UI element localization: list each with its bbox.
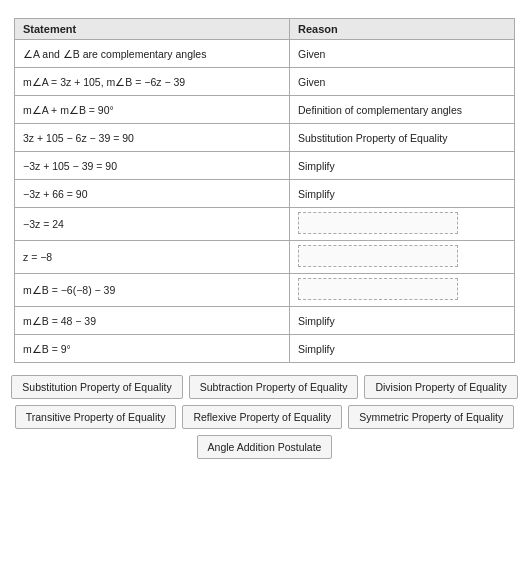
statement-cell: m∠B = 9° bbox=[15, 335, 290, 363]
statement-cell: −3z = 24 bbox=[15, 208, 290, 241]
reason-cell: Substitution Property of Equality bbox=[290, 124, 515, 152]
table-row: m∠A = 3z + 105, m∠B = −6z − 39Given bbox=[15, 68, 515, 96]
header-statement: Statement bbox=[15, 19, 290, 40]
drag-button[interactable]: Symmetric Property of Equality bbox=[348, 405, 514, 429]
reason-cell: Simplify bbox=[290, 335, 515, 363]
reason-cell: Simplify bbox=[290, 180, 515, 208]
table-row: z = −8 bbox=[15, 241, 515, 274]
drop-box[interactable] bbox=[298, 278, 458, 300]
proof-table: Statement Reason ∠A and ∠B are complemen… bbox=[14, 18, 515, 363]
drag-button[interactable]: Division Property of Equality bbox=[364, 375, 517, 399]
drag-button[interactable]: Subtraction Property of Equality bbox=[189, 375, 359, 399]
statement-cell: z = −8 bbox=[15, 241, 290, 274]
table-row: m∠A + m∠B = 90°Definition of complementa… bbox=[15, 96, 515, 124]
statement-cell: m∠B = −6(−8) − 39 bbox=[15, 274, 290, 307]
drag-button[interactable]: Transitive Property of Equality bbox=[15, 405, 177, 429]
statement-cell: −3z + 66 = 90 bbox=[15, 180, 290, 208]
statement-cell: 3z + 105 − 6z − 39 = 90 bbox=[15, 124, 290, 152]
statement-cell: ∠A and ∠B are complementary angles bbox=[15, 40, 290, 68]
reason-cell: Given bbox=[290, 68, 515, 96]
reason-cell: Given bbox=[290, 40, 515, 68]
drag-button[interactable]: Reflexive Property of Equality bbox=[182, 405, 342, 429]
table-row: −3z + 105 − 39 = 90Simplify bbox=[15, 152, 515, 180]
drag-row-3: Angle Addition Postulate bbox=[197, 435, 333, 459]
table-row: m∠B = −6(−8) − 39 bbox=[15, 274, 515, 307]
reason-cell[interactable] bbox=[290, 241, 515, 274]
drag-row-2: Transitive Property of EqualityReflexive… bbox=[15, 405, 515, 429]
reason-cell[interactable] bbox=[290, 274, 515, 307]
table-row: −3z = 24 bbox=[15, 208, 515, 241]
table-row: −3z + 66 = 90Simplify bbox=[15, 180, 515, 208]
reason-cell[interactable] bbox=[290, 208, 515, 241]
table-row: m∠B = 48 − 39Simplify bbox=[15, 307, 515, 335]
reason-cell: Definition of complementary angles bbox=[290, 96, 515, 124]
reason-cell: Simplify bbox=[290, 307, 515, 335]
statement-cell: m∠A + m∠B = 90° bbox=[15, 96, 290, 124]
statement-cell: m∠B = 48 − 39 bbox=[15, 307, 290, 335]
table-row: ∠A and ∠B are complementary anglesGiven bbox=[15, 40, 515, 68]
drag-row-1: Substitution Property of EqualitySubtrac… bbox=[11, 375, 517, 399]
drop-box[interactable] bbox=[298, 245, 458, 267]
drag-button[interactable]: Substitution Property of Equality bbox=[11, 375, 182, 399]
table-row: 3z + 105 − 6z − 39 = 90Substitution Prop… bbox=[15, 124, 515, 152]
table-row: m∠B = 9°Simplify bbox=[15, 335, 515, 363]
statement-cell: −3z + 105 − 39 = 90 bbox=[15, 152, 290, 180]
statement-cell: m∠A = 3z + 105, m∠B = −6z − 39 bbox=[15, 68, 290, 96]
reason-cell: Simplify bbox=[290, 152, 515, 180]
drag-button[interactable]: Angle Addition Postulate bbox=[197, 435, 333, 459]
drag-buttons-area: Substitution Property of EqualitySubtrac… bbox=[14, 375, 515, 459]
drop-box[interactable] bbox=[298, 212, 458, 234]
header-reason: Reason bbox=[290, 19, 515, 40]
